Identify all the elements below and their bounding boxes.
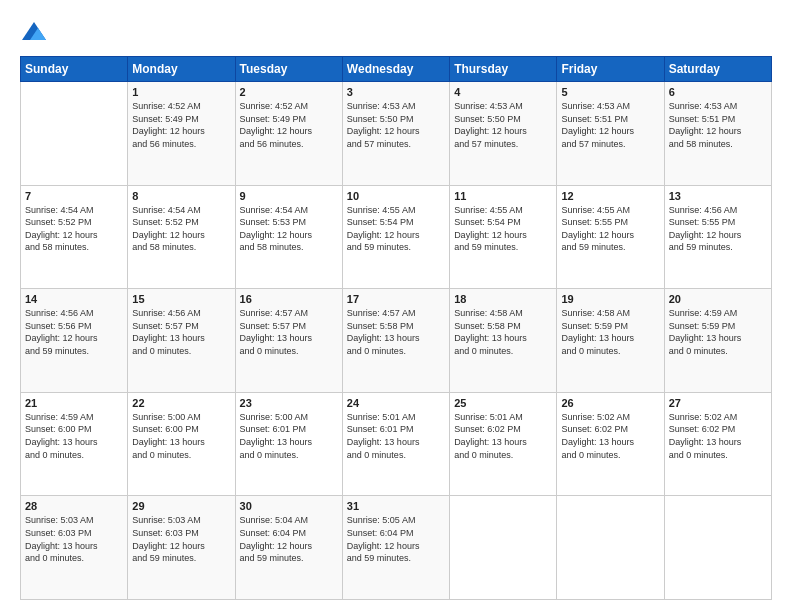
day-number: 9 (240, 190, 338, 202)
day-number: 25 (454, 397, 552, 409)
calendar-cell: 26Sunrise: 5:02 AM Sunset: 6:02 PM Dayli… (557, 392, 664, 496)
weekday-header-thursday: Thursday (450, 57, 557, 82)
day-number: 1 (132, 86, 230, 98)
day-number: 13 (669, 190, 767, 202)
day-info: Sunrise: 5:03 AM Sunset: 6:03 PM Dayligh… (25, 514, 123, 564)
calendar-cell: 10Sunrise: 4:55 AM Sunset: 5:54 PM Dayli… (342, 185, 449, 289)
day-number: 27 (669, 397, 767, 409)
day-info: Sunrise: 5:02 AM Sunset: 6:02 PM Dayligh… (669, 411, 767, 461)
day-number: 12 (561, 190, 659, 202)
day-info: Sunrise: 4:55 AM Sunset: 5:54 PM Dayligh… (347, 204, 445, 254)
day-number: 26 (561, 397, 659, 409)
day-number: 22 (132, 397, 230, 409)
day-info: Sunrise: 4:59 AM Sunset: 6:00 PM Dayligh… (25, 411, 123, 461)
day-number: 23 (240, 397, 338, 409)
calendar-cell: 23Sunrise: 5:00 AM Sunset: 6:01 PM Dayli… (235, 392, 342, 496)
day-info: Sunrise: 4:52 AM Sunset: 5:49 PM Dayligh… (240, 100, 338, 150)
calendar-cell (557, 496, 664, 600)
calendar-week-4: 21Sunrise: 4:59 AM Sunset: 6:00 PM Dayli… (21, 392, 772, 496)
weekday-header-row: SundayMondayTuesdayWednesdayThursdayFrid… (21, 57, 772, 82)
calendar-cell: 6Sunrise: 4:53 AM Sunset: 5:51 PM Daylig… (664, 82, 771, 186)
calendar-cell: 21Sunrise: 4:59 AM Sunset: 6:00 PM Dayli… (21, 392, 128, 496)
day-number: 6 (669, 86, 767, 98)
calendar-cell: 11Sunrise: 4:55 AM Sunset: 5:54 PM Dayli… (450, 185, 557, 289)
day-info: Sunrise: 4:55 AM Sunset: 5:54 PM Dayligh… (454, 204, 552, 254)
calendar-cell: 3Sunrise: 4:53 AM Sunset: 5:50 PM Daylig… (342, 82, 449, 186)
calendar-cell: 5Sunrise: 4:53 AM Sunset: 5:51 PM Daylig… (557, 82, 664, 186)
day-number: 3 (347, 86, 445, 98)
calendar-cell: 2Sunrise: 4:52 AM Sunset: 5:49 PM Daylig… (235, 82, 342, 186)
day-number: 29 (132, 500, 230, 512)
weekday-header-friday: Friday (557, 57, 664, 82)
logo-icon (20, 18, 48, 46)
calendar-cell: 28Sunrise: 5:03 AM Sunset: 6:03 PM Dayli… (21, 496, 128, 600)
calendar-cell: 29Sunrise: 5:03 AM Sunset: 6:03 PM Dayli… (128, 496, 235, 600)
calendar-cell: 18Sunrise: 4:58 AM Sunset: 5:58 PM Dayli… (450, 289, 557, 393)
day-number: 21 (25, 397, 123, 409)
calendar-table: SundayMondayTuesdayWednesdayThursdayFrid… (20, 56, 772, 600)
calendar-cell: 22Sunrise: 5:00 AM Sunset: 6:00 PM Dayli… (128, 392, 235, 496)
day-info: Sunrise: 5:00 AM Sunset: 6:01 PM Dayligh… (240, 411, 338, 461)
day-info: Sunrise: 4:58 AM Sunset: 5:58 PM Dayligh… (454, 307, 552, 357)
day-info: Sunrise: 4:58 AM Sunset: 5:59 PM Dayligh… (561, 307, 659, 357)
calendar-cell: 9Sunrise: 4:54 AM Sunset: 5:53 PM Daylig… (235, 185, 342, 289)
calendar-cell: 13Sunrise: 4:56 AM Sunset: 5:55 PM Dayli… (664, 185, 771, 289)
day-number: 31 (347, 500, 445, 512)
calendar-cell: 19Sunrise: 4:58 AM Sunset: 5:59 PM Dayli… (557, 289, 664, 393)
day-info: Sunrise: 4:54 AM Sunset: 5:53 PM Dayligh… (240, 204, 338, 254)
day-number: 24 (347, 397, 445, 409)
calendar-cell (21, 82, 128, 186)
day-number: 28 (25, 500, 123, 512)
day-number: 15 (132, 293, 230, 305)
day-info: Sunrise: 4:53 AM Sunset: 5:50 PM Dayligh… (454, 100, 552, 150)
day-info: Sunrise: 5:02 AM Sunset: 6:02 PM Dayligh… (561, 411, 659, 461)
weekday-header-saturday: Saturday (664, 57, 771, 82)
day-info: Sunrise: 4:53 AM Sunset: 5:51 PM Dayligh… (561, 100, 659, 150)
day-number: 18 (454, 293, 552, 305)
day-info: Sunrise: 4:52 AM Sunset: 5:49 PM Dayligh… (132, 100, 230, 150)
weekday-header-wednesday: Wednesday (342, 57, 449, 82)
day-info: Sunrise: 4:54 AM Sunset: 5:52 PM Dayligh… (25, 204, 123, 254)
day-info: Sunrise: 5:01 AM Sunset: 6:01 PM Dayligh… (347, 411, 445, 461)
day-info: Sunrise: 5:04 AM Sunset: 6:04 PM Dayligh… (240, 514, 338, 564)
calendar-cell: 30Sunrise: 5:04 AM Sunset: 6:04 PM Dayli… (235, 496, 342, 600)
day-info: Sunrise: 5:01 AM Sunset: 6:02 PM Dayligh… (454, 411, 552, 461)
calendar-cell: 31Sunrise: 5:05 AM Sunset: 6:04 PM Dayli… (342, 496, 449, 600)
weekday-header-tuesday: Tuesday (235, 57, 342, 82)
day-number: 4 (454, 86, 552, 98)
day-number: 5 (561, 86, 659, 98)
day-number: 30 (240, 500, 338, 512)
weekday-header-sunday: Sunday (21, 57, 128, 82)
calendar-cell: 25Sunrise: 5:01 AM Sunset: 6:02 PM Dayli… (450, 392, 557, 496)
day-info: Sunrise: 5:05 AM Sunset: 6:04 PM Dayligh… (347, 514, 445, 564)
day-info: Sunrise: 4:57 AM Sunset: 5:58 PM Dayligh… (347, 307, 445, 357)
header (20, 18, 772, 46)
day-number: 19 (561, 293, 659, 305)
day-info: Sunrise: 4:56 AM Sunset: 5:56 PM Dayligh… (25, 307, 123, 357)
day-info: Sunrise: 4:56 AM Sunset: 5:55 PM Dayligh… (669, 204, 767, 254)
day-info: Sunrise: 5:03 AM Sunset: 6:03 PM Dayligh… (132, 514, 230, 564)
calendar-week-3: 14Sunrise: 4:56 AM Sunset: 5:56 PM Dayli… (21, 289, 772, 393)
day-number: 7 (25, 190, 123, 202)
day-number: 2 (240, 86, 338, 98)
calendar-cell: 7Sunrise: 4:54 AM Sunset: 5:52 PM Daylig… (21, 185, 128, 289)
day-info: Sunrise: 5:00 AM Sunset: 6:00 PM Dayligh… (132, 411, 230, 461)
calendar-body: 1Sunrise: 4:52 AM Sunset: 5:49 PM Daylig… (21, 82, 772, 600)
calendar-week-1: 1Sunrise: 4:52 AM Sunset: 5:49 PM Daylig… (21, 82, 772, 186)
day-info: Sunrise: 4:54 AM Sunset: 5:52 PM Dayligh… (132, 204, 230, 254)
day-number: 20 (669, 293, 767, 305)
calendar-cell: 4Sunrise: 4:53 AM Sunset: 5:50 PM Daylig… (450, 82, 557, 186)
day-number: 16 (240, 293, 338, 305)
day-info: Sunrise: 4:56 AM Sunset: 5:57 PM Dayligh… (132, 307, 230, 357)
day-number: 11 (454, 190, 552, 202)
calendar-cell: 1Sunrise: 4:52 AM Sunset: 5:49 PM Daylig… (128, 82, 235, 186)
day-info: Sunrise: 4:57 AM Sunset: 5:57 PM Dayligh… (240, 307, 338, 357)
day-number: 8 (132, 190, 230, 202)
calendar-cell: 17Sunrise: 4:57 AM Sunset: 5:58 PM Dayli… (342, 289, 449, 393)
day-info: Sunrise: 4:53 AM Sunset: 5:50 PM Dayligh… (347, 100, 445, 150)
logo (20, 18, 52, 46)
day-number: 17 (347, 293, 445, 305)
calendar-header: SundayMondayTuesdayWednesdayThursdayFrid… (21, 57, 772, 82)
calendar-cell (450, 496, 557, 600)
page: SundayMondayTuesdayWednesdayThursdayFrid… (0, 0, 792, 612)
